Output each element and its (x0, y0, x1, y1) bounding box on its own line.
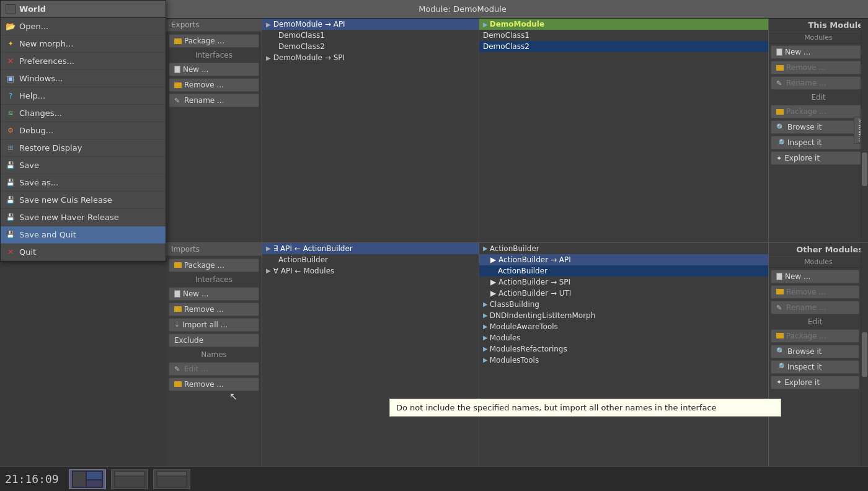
exclude-btn[interactable]: Exclude (169, 334, 259, 347)
menu-item-save[interactable]: 💾 Save (1, 157, 166, 174)
remove-btn-right-top[interactable]: Remove ... (771, 61, 866, 74)
menu-item-windows[interactable]: ▣ Windows... (1, 70, 166, 87)
menu-item-help[interactable]: ? Help... (1, 87, 166, 105)
menu-item-preferences[interactable]: ✕ Preferences... (1, 53, 166, 70)
package-btn-top[interactable]: Package ... (169, 34, 259, 48)
tri-modtools: ▶ (483, 356, 488, 363)
edit-btn-bot[interactable]: ✎ Edit ... (169, 362, 259, 376)
tree-entry-demo-api[interactable]: ▶ DemoModule → API (262, 19, 479, 30)
doc-new-right-top (776, 48, 782, 56)
remove-btn-right-bot[interactable]: Remove ... (771, 285, 859, 299)
package-btn-bot[interactable]: Package ... (169, 259, 259, 272)
explore-icon-bot: ✦ (776, 378, 782, 386)
world-menu-title: World (1, 1, 166, 18)
tree-entry-ab-main[interactable]: ActionBuilder (479, 265, 768, 276)
action-builder-tree: ▶ ActionBuilder ▶ ActionBuilder → API Ac… (479, 243, 769, 467)
tree-entry-classbuilding[interactable]: ▶ ClassBuilding (479, 299, 768, 310)
remove-btn-bot2[interactable]: Remove ... (169, 378, 259, 391)
menu-item-restore[interactable]: ⊞ Restore Display (1, 139, 166, 157)
new-btn-right-top[interactable]: New ... (771, 45, 866, 59)
arrow-spi: ▶ (266, 55, 271, 61)
window-title: Module: DemoModule (57, 4, 868, 14)
scrollbar-right-top[interactable] (861, 19, 868, 242)
browse-btn-right-bot[interactable]: 🔍 Browse it (771, 345, 859, 358)
tree-entry-ab-root[interactable]: ▶ ActionBuilder (479, 243, 768, 254)
tri-ab: ▶ (483, 245, 488, 252)
doc-icon-top (174, 66, 180, 73)
folder-remove-right-top (776, 65, 784, 71)
new-btn-bot[interactable]: New ... (169, 287, 259, 301)
import-all-btn[interactable]: ↓ Import all ... (169, 318, 259, 332)
imports-header: Imports (166, 243, 262, 256)
tree-entry-api-mod[interactable]: ▶ ∀ API ← Modules (262, 265, 479, 276)
explore-btn-right-top[interactable]: ✦ Explore it (771, 151, 866, 165)
new-btn-right-bot[interactable]: New ... (771, 270, 859, 283)
names-label-bot: Names (169, 349, 259, 360)
tree-entry-demo-spi[interactable]: ▶ DemoModule → SPI (262, 52, 479, 63)
tree-entry-ab-spi[interactable]: ▶ ActionBuilder → SPI (479, 276, 768, 288)
tree-entry-modtools[interactable]: ▶ ModulesTools (479, 355, 768, 366)
inspect-btn-right-top[interactable]: 🔎 Inspect it (771, 136, 866, 149)
tree-entry-ab[interactable]: ActionBuilder (262, 254, 479, 265)
tree-entry-dc1[interactable]: DemoClass1 (479, 30, 768, 41)
import-all-icon: ↓ (174, 321, 180, 329)
debug-icon: ⚙ (6, 126, 16, 136)
tree-entry-democlass2[interactable]: DemoClass2 (262, 41, 479, 52)
taskbar-item-1[interactable] (69, 469, 106, 489)
svg-rect-2 (87, 472, 102, 479)
new-morph-icon: ✦ (6, 39, 16, 49)
menu-item-changes[interactable]: ≋ Changes... (1, 105, 166, 122)
folder-remove-bot (174, 306, 182, 312)
menu-item-new-morph[interactable]: ✦ New morph... (1, 35, 166, 53)
new-btn-top[interactable]: New ... (169, 63, 259, 76)
tree-entry-mat[interactable]: ▶ ModuleAwareTools (479, 321, 768, 332)
menu-item-debug[interactable]: ⚙ Debug... (1, 122, 166, 139)
tri-demomodule: ▶ (483, 21, 488, 28)
tree-entry-ab-uti[interactable]: ▶ ActionBuilder → UTI (479, 288, 768, 299)
right-panel-bottom: Other Modules Modules New ... Remove ...… (769, 243, 868, 467)
menu-item-save-haver[interactable]: 💾 Save new Haver Release (1, 209, 166, 226)
menu-item-open[interactable]: 📂 Open... (1, 18, 166, 35)
svg-rect-1 (73, 472, 86, 487)
prefs-icon: ✕ (6, 56, 16, 66)
tree-entry-democlass1[interactable]: DemoClass1 (262, 30, 479, 41)
scrollbar-right-bot[interactable] (861, 243, 868, 467)
rename-btn-right-bot[interactable]: ✎ Rename ... (771, 301, 859, 314)
menu-item-save-cuis[interactable]: 💾 Save new Cuis Release (1, 192, 166, 209)
rename-btn-right-top[interactable]: ✎ Rename ... (771, 76, 866, 90)
explore-icon-top: ✦ (776, 154, 782, 162)
remove-btn-bot[interactable]: Remove ... (169, 303, 259, 316)
tree-entry-ab-api[interactable]: ▶ ActionBuilder → API (479, 254, 768, 265)
world-menu: World 📂 Open... ✦ New morph... ✕ Prefere… (0, 0, 166, 262)
menu-item-save-as[interactable]: 💾 Save as... (1, 174, 166, 192)
package-btn-right-bot[interactable]: Package ... (771, 329, 859, 343)
tree-entry-modules[interactable]: ▶ Modules (479, 332, 768, 343)
save-cuis-icon: 💾 (6, 195, 16, 205)
taskbar-item-2[interactable] (111, 469, 148, 489)
pencil-right-top: ✎ (776, 79, 784, 87)
right-panel-top: This Module Modules New ... Remove ... ✎ (769, 19, 868, 242)
browse-icon-top: 🔍 (776, 123, 785, 131)
explore-btn-right-bot[interactable]: ✦ Explore it (771, 376, 859, 389)
svg-rect-8 (157, 472, 186, 476)
imports-controls: Imports Package ... Interfaces New ... (166, 243, 262, 467)
browse-btn-right-top[interactable]: 🔍 Browse it (771, 120, 866, 134)
pencil-rename-top: ✎ (174, 97, 182, 104)
tree-entry-modref[interactable]: ▶ ModulesRefactorings (479, 343, 768, 355)
menu-item-quit[interactable]: ✕ Quit (1, 244, 166, 261)
tree-entry-dc2[interactable]: DemoClass2 (479, 41, 768, 52)
tree-entry-api-ab[interactable]: ▶ ∃ API ← ActionBuilder (262, 243, 479, 254)
tree-entry-dnd[interactable]: ▶ DNDIndentingListItemMorph (479, 310, 768, 321)
taskbar-thumbnail-2 (114, 471, 145, 488)
pencil-bot: ✎ (174, 365, 182, 373)
rename-btn-top[interactable]: ✎ Rename ... (169, 94, 259, 107)
menu-item-save-quit[interactable]: 💾 Save and Quit (1, 226, 166, 244)
package-btn-right-top[interactable]: Package ... (771, 105, 866, 118)
remove-btn-top[interactable]: Remove ... (169, 78, 259, 92)
inspect-btn-right-bot[interactable]: 🔎 Inspect it (771, 360, 859, 374)
changes-icon: ≋ (6, 108, 16, 118)
taskbar-item-3[interactable] (153, 469, 190, 489)
folder-pkg-right-bot (776, 333, 784, 338)
tree-entry-demomodule[interactable]: ▶ DemoModule (479, 19, 768, 30)
svg-rect-9 (157, 477, 186, 487)
